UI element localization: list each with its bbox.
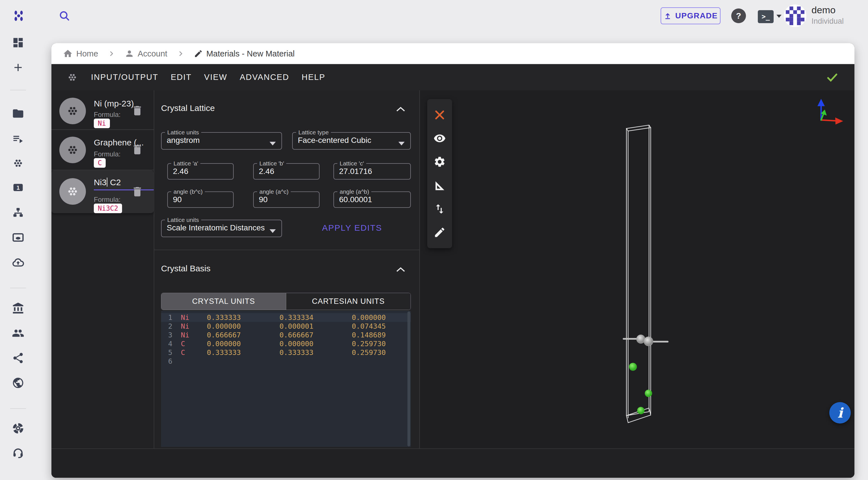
field-value: Face-centered Cubic — [293, 135, 410, 148]
editor-molecule-icon — [66, 71, 79, 83]
material-item-ni[interactable]: Ni (mp-23) Formula: Ni — [52, 93, 154, 130]
sidebar-item-workflows[interactable] — [12, 206, 24, 219]
console-button[interactable]: >_ — [758, 10, 774, 23]
material-title[interactable]: Ni (mp-23) — [94, 99, 134, 108]
atom-green[interactable] — [637, 407, 645, 414]
basis-row[interactable]: 2Ni0.0000000.0000010.074345 — [161, 322, 411, 331]
chevron-up-icon — [396, 267, 406, 273]
sidebar-divider — [10, 90, 26, 90]
help-button[interactable]: ? — [731, 8, 746, 23]
top-bar: UPGRADE ? >_ demo Individual — [0, 0, 868, 32]
user-name[interactable]: demo — [811, 4, 836, 15]
section-divider — [154, 250, 419, 250]
user-avatar[interactable] — [784, 4, 806, 27]
delete-material-button[interactable] — [131, 185, 144, 198]
upgrade-button[interactable]: UPGRADE — [661, 7, 720, 24]
scene-canvas[interactable] — [420, 90, 855, 448]
save-status[interactable] — [826, 71, 839, 84]
basis-row[interactable]: 6 — [161, 357, 411, 366]
sidebar-item-jobs[interactable] — [12, 133, 24, 145]
sidebar-item-web[interactable] — [12, 377, 24, 389]
lattice-units-select[interactable]: Lattice units angstrom — [161, 129, 282, 150]
structure-viewer[interactable]: i — [420, 90, 855, 448]
field-label: Lattice units — [165, 217, 201, 223]
user-plan: Individual — [811, 17, 844, 26]
headset-icon — [12, 447, 24, 459]
sidebar-item-unit[interactable]: 1 — [12, 181, 24, 194]
field-value: 2.46 — [168, 166, 233, 179]
breadcrumb-account[interactable]: Account — [137, 49, 167, 59]
sidebar-item-folder[interactable] — [12, 107, 24, 120]
material-name-input[interactable]: Ni3 C2 — [94, 178, 154, 190]
sidebar-item-helm[interactable] — [12, 422, 24, 435]
basis-row[interactable]: 5C0.3333330.3333330.259730 — [161, 348, 411, 357]
material-avatar — [59, 178, 86, 205]
dropdown-arrow-icon — [270, 229, 276, 233]
atom-green[interactable] — [645, 390, 652, 397]
tab-cartesian-units[interactable]: CARTESIAN UNITS — [286, 293, 411, 310]
lattice-a-input[interactable]: Lattice 'a' 2.46 — [167, 160, 234, 179]
formula-badge: Ni3C2 — [94, 204, 122, 213]
collapse-basis-button[interactable] — [396, 267, 406, 273]
molecule-dots-icon — [65, 103, 81, 119]
field-label: angle (b^c) — [171, 188, 205, 195]
sidebar-divider — [10, 408, 26, 409]
lattice-b-input[interactable]: Lattice 'b' 2.46 — [253, 160, 319, 179]
editor-scrollbar[interactable] — [407, 311, 410, 446]
sidebar-item-team[interactable] — [12, 327, 24, 339]
menu-input-output[interactable]: INPUT/OUTPUT — [91, 73, 158, 82]
field-label: Lattice 'b' — [257, 160, 286, 166]
field-label: Lattice units — [165, 129, 201, 135]
basis-row[interactable]: 1Ni0.3333330.3333340.000000 — [161, 313, 411, 322]
sidebar-item-dashboard[interactable] — [12, 36, 24, 49]
sidebar-item-media[interactable] — [12, 231, 24, 244]
app-logo[interactable] — [12, 9, 25, 23]
atom-green[interactable] — [629, 363, 637, 371]
search-button[interactable] — [58, 10, 71, 22]
collapse-lattice-button[interactable] — [396, 106, 406, 113]
basis-row[interactable]: 3Ni0.6666670.6666670.148689 — [161, 331, 411, 339]
molecule-dots-icon — [65, 183, 81, 199]
logo-molecule-icon — [12, 9, 25, 23]
info-button[interactable]: i — [829, 402, 851, 423]
lattice-c-input[interactable]: Lattice 'c' 27.01716 — [333, 160, 411, 179]
lattice-type-select[interactable]: Lattice type Face-centered Cubic — [292, 129, 411, 150]
home-icon[interactable] — [63, 48, 73, 59]
sidebar-item-materials[interactable] — [12, 157, 24, 169]
material-item-ni3c2-selected[interactable]: Ni3 C2 Formula: Ni3C2 — [52, 170, 154, 213]
trash-icon — [131, 104, 144, 117]
person-icon[interactable] — [125, 49, 134, 59]
plus-icon — [12, 61, 24, 74]
angle-bc-input[interactable]: angle (b^c) 90 — [167, 188, 234, 208]
delete-material-button[interactable] — [131, 104, 144, 117]
share-icon — [12, 352, 24, 364]
material-avatar — [59, 137, 86, 163]
formula-badge: Ni — [94, 118, 110, 128]
field-label: Lattice type — [296, 129, 331, 135]
sidebar-item-bank[interactable] — [12, 302, 24, 314]
scale-units-select[interactable]: Lattice units Scale Interatomic Distance… — [161, 217, 282, 237]
menu-help[interactable]: HELP — [302, 73, 325, 82]
menu-edit[interactable]: EDIT — [170, 73, 192, 82]
basis-units-tabs: CRYSTAL UNITS CARTESIAN UNITS — [161, 293, 411, 310]
sidebar-item-support[interactable] — [12, 447, 24, 459]
angle-ac-input[interactable]: angle (a^c) 90 — [253, 188, 319, 208]
angle-ab-input[interactable]: angle (a^b) 60.00001 — [333, 188, 411, 208]
delete-material-button[interactable] — [131, 143, 144, 156]
menu-view[interactable]: VIEW — [204, 73, 227, 82]
basis-code-editor[interactable]: 1Ni0.3333330.3333340.0000002Ni0.0000000.… — [161, 311, 411, 447]
apply-edits-button[interactable]: APPLY EDITS — [312, 218, 392, 237]
sidebar-item-cloud-upload[interactable] — [12, 256, 24, 269]
globe-icon — [12, 377, 24, 389]
console-caret-icon[interactable] — [776, 15, 781, 18]
field-value: 27.01716 — [334, 166, 410, 179]
breadcrumb-home[interactable]: Home — [76, 49, 98, 59]
atom-gray[interactable] — [644, 337, 653, 346]
material-item-graphene[interactable]: Graphene (... Formula: C — [52, 130, 154, 170]
sidebar-item-add[interactable] — [12, 61, 24, 74]
menu-advanced[interactable]: ADVANCED — [240, 73, 289, 82]
basis-row[interactable]: 4C0.0000000.0000000.259730 — [161, 339, 411, 348]
sidebar-item-share[interactable] — [12, 352, 24, 364]
tab-crystal-units[interactable]: CRYSTAL UNITS — [161, 293, 286, 310]
search-icon — [58, 10, 71, 22]
